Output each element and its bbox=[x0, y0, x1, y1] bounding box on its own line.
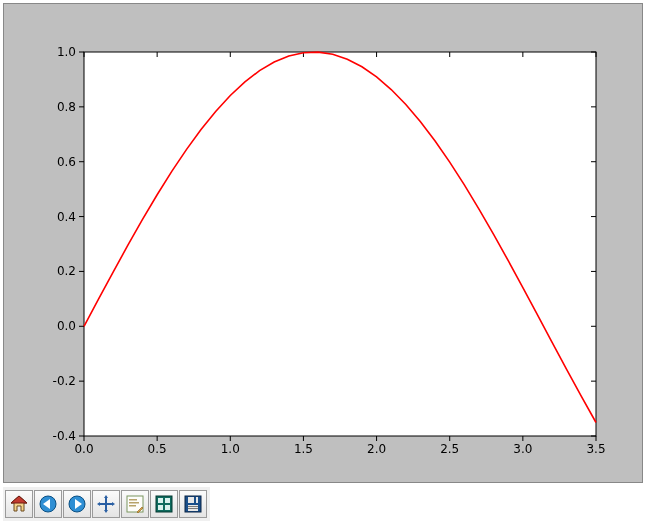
svg-rect-48 bbox=[129, 502, 139, 504]
svg-rect-61 bbox=[188, 508, 198, 509]
svg-rect-60 bbox=[188, 506, 198, 507]
ytick-label: 0.4 bbox=[57, 210, 76, 224]
svg-marker-42 bbox=[97, 502, 100, 506]
forward-button[interactable] bbox=[63, 490, 91, 518]
xtick-label: 3.0 bbox=[513, 442, 532, 456]
xtick-label: 3.5 bbox=[586, 442, 605, 456]
ytick-label: 0.2 bbox=[57, 264, 76, 278]
svg-rect-49 bbox=[129, 505, 136, 507]
svg-marker-35 bbox=[11, 496, 27, 503]
svg-rect-55 bbox=[165, 505, 170, 510]
pan-icon bbox=[96, 494, 116, 514]
svg-marker-43 bbox=[112, 502, 115, 506]
svg-marker-41 bbox=[104, 510, 108, 513]
ytick-label: -0.2 bbox=[53, 374, 76, 388]
xtick-label: 0.0 bbox=[74, 442, 93, 456]
home-button[interactable] bbox=[5, 490, 33, 518]
ytick-label: 0.8 bbox=[57, 100, 76, 114]
svg-rect-54 bbox=[158, 505, 163, 510]
nav-toolbar bbox=[3, 487, 210, 521]
svg-rect-58 bbox=[194, 497, 196, 503]
xtick-label: 0.5 bbox=[148, 442, 167, 456]
xtick-label: 1.5 bbox=[294, 442, 313, 456]
svg-rect-57 bbox=[188, 497, 198, 503]
xtick-label: 2.0 bbox=[367, 442, 386, 456]
back-button[interactable] bbox=[34, 490, 62, 518]
home-icon bbox=[9, 494, 29, 514]
zoom-button[interactable] bbox=[121, 490, 149, 518]
matplotlib-window: 0.00.51.01.52.02.53.03.5-0.4-0.20.00.20.… bbox=[0, 0, 650, 524]
save-button[interactable] bbox=[179, 490, 207, 518]
xtick-label: 2.5 bbox=[440, 442, 459, 456]
ytick-label: -0.4 bbox=[53, 429, 76, 443]
svg-marker-40 bbox=[104, 495, 108, 498]
zoom-icon bbox=[125, 494, 145, 514]
svg-rect-0 bbox=[84, 52, 596, 436]
svg-rect-52 bbox=[158, 498, 163, 503]
subplots-button[interactable] bbox=[150, 490, 178, 518]
svg-rect-45 bbox=[100, 503, 112, 505]
svg-rect-53 bbox=[165, 498, 170, 503]
ytick-label: 1.0 bbox=[57, 45, 76, 59]
save-icon bbox=[183, 494, 203, 514]
ytick-label: 0.6 bbox=[57, 155, 76, 169]
plot-svg: 0.00.51.01.52.02.53.03.5-0.4-0.20.00.20.… bbox=[4, 4, 644, 484]
svg-rect-47 bbox=[129, 499, 137, 501]
ytick-label: 0.0 bbox=[57, 319, 76, 333]
back-icon bbox=[38, 494, 58, 514]
forward-icon bbox=[67, 494, 87, 514]
pan-button[interactable] bbox=[92, 490, 120, 518]
xtick-label: 1.0 bbox=[221, 442, 240, 456]
figure-canvas[interactable]: 0.00.51.01.52.02.53.03.5-0.4-0.20.00.20.… bbox=[3, 3, 643, 483]
subplots-icon bbox=[154, 494, 174, 514]
